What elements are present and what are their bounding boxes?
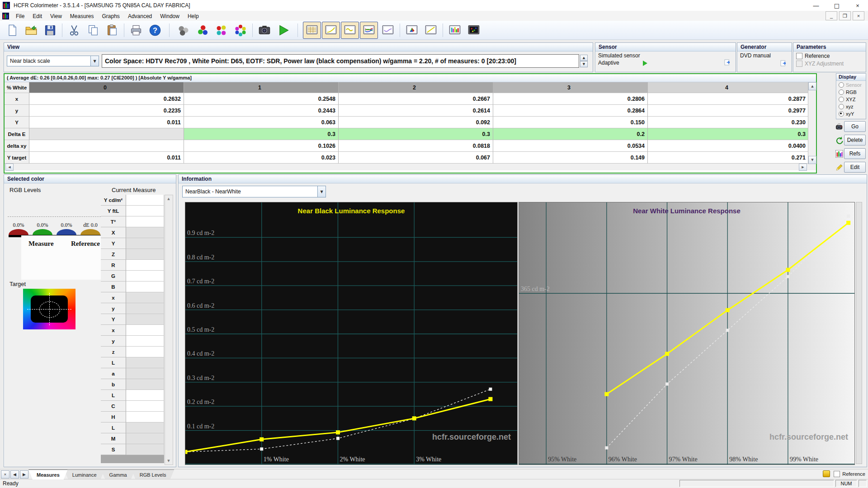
maximize-button[interactable]: □ <box>826 0 847 11</box>
display-option-xyz[interactable]: XYZ <box>836 95 866 103</box>
radio-icon[interactable] <box>839 111 844 117</box>
grid-vscrollbar[interactable]: ▲▼ <box>808 82 816 164</box>
radio-icon[interactable] <box>839 97 844 102</box>
copy-button[interactable] <box>84 22 102 39</box>
spin-down-icon[interactable]: ▼ <box>580 61 588 67</box>
checkbox-icon[interactable] <box>796 53 802 59</box>
notification-icon[interactable] <box>823 470 830 477</box>
grid-column-header-4[interactable]: 4 <box>648 82 809 93</box>
sensor-config-icon[interactable] <box>724 59 731 66</box>
grid-cell[interactable]: 0.067 <box>339 152 493 164</box>
tab-measures[interactable]: Measures <box>28 469 68 479</box>
menu-measures[interactable]: Measures <box>66 12 98 21</box>
scroll-down-icon[interactable]: ▼ <box>808 156 816 164</box>
grid-cell[interactable]: 0.2632 <box>29 93 184 105</box>
view-cie-chart-button[interactable] <box>403 22 421 39</box>
grid-hscrollbar[interactable]: ◀▶ <box>5 164 816 170</box>
grid-cell[interactable]: 0.3 <box>648 128 809 140</box>
grid-cell[interactable]: 0.271 <box>648 152 809 164</box>
measure-grayscale-button[interactable] <box>175 22 193 39</box>
grid-cell[interactable]: 0.063 <box>184 117 339 128</box>
grid-column-header-2[interactable]: 2 <box>339 82 493 93</box>
scroll-up-icon[interactable]: ▲ <box>165 196 172 202</box>
view-luminance-button[interactable] <box>322 22 340 39</box>
grid-cell[interactable]: 0.092 <box>339 117 493 128</box>
grid-cell[interactable]: 0.0818 <box>339 140 493 152</box>
grid-cell[interactable]: 0.149 <box>493 152 648 164</box>
grid-cell[interactable]: 0.2667 <box>339 93 493 105</box>
view-rgb-levels-button[interactable] <box>360 22 378 39</box>
minimize-button[interactable]: — <box>806 0 826 11</box>
scale-select[interactable]: Near black scale ▼ <box>7 56 99 66</box>
display-option-xyz[interactable]: xyz <box>836 103 866 110</box>
mdi-minimize-button[interactable]: _ <box>826 11 837 20</box>
generator-config-icon[interactable] <box>780 60 787 67</box>
grid-cell[interactable]: 0.3 <box>184 128 339 140</box>
grid-cell[interactable]: 0.2864 <box>493 105 648 117</box>
grid-column-header-3[interactable]: 3 <box>493 82 648 93</box>
open-file-button[interactable] <box>22 22 40 39</box>
view-gamma-button[interactable] <box>341 22 359 39</box>
measure-primaries-button[interactable] <box>193 22 212 39</box>
checkbox-reference[interactable]: Reference <box>793 52 866 59</box>
measure-secondaries-button[interactable] <box>212 22 231 39</box>
grid-cell[interactable]: 0.2877 <box>648 93 809 105</box>
grid-cell[interactable]: 0.2 <box>493 128 648 140</box>
run-measures-button[interactable] <box>274 22 292 39</box>
paste-button[interactable] <box>103 22 121 39</box>
grid-column-header-0[interactable]: 0 <box>29 82 184 93</box>
display-option-xyy[interactable]: xyY <box>836 110 866 117</box>
about-button[interactable] <box>146 22 164 39</box>
grid-cell[interactable]: 0.2443 <box>184 105 339 117</box>
snapshot-button[interactable] <box>255 22 274 39</box>
tab-rgb-levels[interactable]: RGB Levels <box>132 469 175 479</box>
grid-cell[interactable]: 0.0534 <box>493 140 648 152</box>
grid-cell[interactable]: 0.023 <box>184 152 339 164</box>
view-saturation-button[interactable] <box>465 22 483 39</box>
mdi-restore-button[interactable]: ❐ <box>839 11 851 20</box>
save-button[interactable] <box>41 22 59 39</box>
spin-up-icon[interactable]: ▲ <box>580 55 588 61</box>
menu-help[interactable]: Help <box>184 12 203 21</box>
grid-column-header-1[interactable]: 1 <box>184 82 339 93</box>
print-button[interactable] <box>127 22 145 39</box>
menu-file[interactable]: File <box>12 12 28 21</box>
current-measure-scrollbar[interactable]: ▲ ▼ <box>165 195 173 465</box>
grid-cell[interactable]: 0.2548 <box>184 93 339 105</box>
edit-button[interactable]: Edit <box>844 162 866 173</box>
menu-advanced[interactable]: Advanced <box>124 12 156 21</box>
grid-cell[interactable]: 0.011 <box>29 117 184 128</box>
grid-cell[interactable]: 0.2235 <box>29 105 184 117</box>
measure-all-colors-button[interactable] <box>231 22 250 39</box>
scroll-right-icon[interactable]: ▶ <box>799 164 807 171</box>
radio-icon[interactable] <box>839 104 844 109</box>
grid-cell[interactable]: 0.230 <box>648 117 809 128</box>
view-nearblack-white-button[interactable] <box>379 22 397 39</box>
radio-icon[interactable] <box>839 89 844 95</box>
scroll-down-icon[interactable]: ▼ <box>165 458 172 464</box>
menu-view[interactable]: View <box>46 12 66 21</box>
scroll-up-icon[interactable]: ▲ <box>808 82 816 90</box>
grid-cell[interactable]: 0.2614 <box>339 105 493 117</box>
tab-close-button[interactable]: × <box>1 470 9 479</box>
menu-graphs[interactable]: Graphs <box>98 12 124 21</box>
display-option-rgb[interactable]: RGB <box>836 88 866 95</box>
view-luma-button[interactable] <box>422 22 440 39</box>
menu-window[interactable]: Window <box>156 12 184 21</box>
menu-edit[interactable]: Edit <box>28 12 46 21</box>
go-button[interactable]: Go <box>844 121 866 132</box>
delete-button[interactable]: Delete <box>844 135 866 145</box>
mdi-close-button[interactable]: × <box>853 11 864 20</box>
grid-cell[interactable]: 0.3 <box>339 128 493 140</box>
grid-cell[interactable] <box>29 140 184 152</box>
tab-prev-button[interactable]: ◀ <box>10 470 19 479</box>
cut-button[interactable] <box>65 22 83 39</box>
reference-checkbox-row[interactable]: Reference <box>834 471 865 477</box>
information-mode-select[interactable]: NearBlack - NearWhite ▼ <box>182 186 326 197</box>
tab-next-button[interactable]: ▶ <box>20 470 28 479</box>
grid-cell[interactable]: 0.2806 <box>493 93 648 105</box>
adaptive-run-icon[interactable] <box>643 61 647 66</box>
grid-cell[interactable]: 0.2977 <box>648 105 809 117</box>
view-color-bars-button[interactable] <box>446 22 464 39</box>
refs-button[interactable]: Refs <box>844 148 866 159</box>
